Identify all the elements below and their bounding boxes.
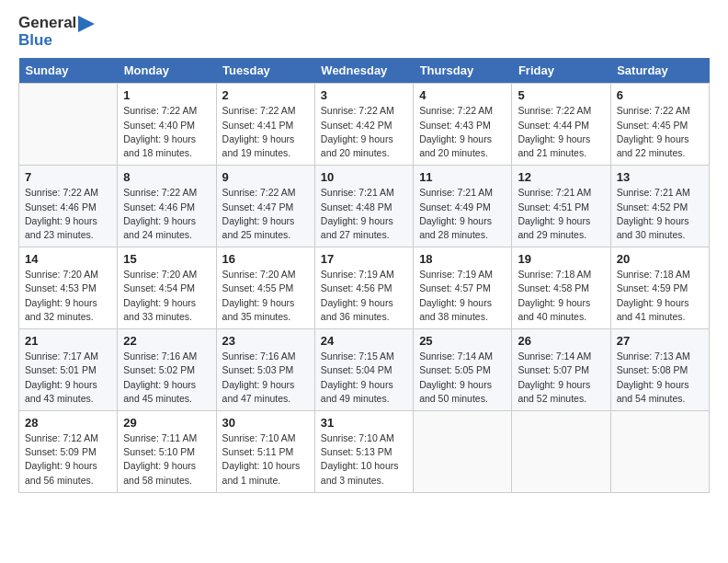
day-number: 3	[321, 88, 407, 102]
day-detail: Sunrise: 7:21 AMSunset: 4:49 PMDaylight:…	[419, 186, 506, 242]
day-detail: Sunrise: 7:12 AMSunset: 5:09 PMDaylight:…	[25, 431, 111, 488]
calendar-cell: 23Sunrise: 7:16 AMSunset: 5:03 PMDayligh…	[216, 329, 314, 411]
col-header-friday: Friday	[512, 58, 610, 84]
calendar-cell: 15Sunrise: 7:20 AMSunset: 4:54 PMDayligh…	[118, 247, 216, 329]
day-number: 29	[123, 416, 210, 430]
calendar-cell: 10Sunrise: 7:21 AMSunset: 4:48 PMDayligh…	[314, 166, 413, 247]
day-number: 6	[617, 88, 703, 102]
day-number: 7	[25, 170, 111, 184]
day-detail: Sunrise: 7:21 AMSunset: 4:52 PMDaylight:…	[617, 186, 703, 242]
calendar-cell: 8Sunrise: 7:22 AMSunset: 4:46 PMDaylight…	[118, 166, 216, 247]
calendar-cell: 7Sunrise: 7:22 AMSunset: 4:46 PMDaylight…	[19, 166, 118, 247]
calendar-cell: 22Sunrise: 7:16 AMSunset: 5:02 PMDayligh…	[118, 329, 216, 411]
day-number: 19	[518, 252, 604, 266]
day-number: 10	[321, 170, 407, 184]
day-detail: Sunrise: 7:20 AMSunset: 4:55 PMDaylight:…	[222, 268, 309, 324]
col-header-thursday: Thursday	[414, 58, 512, 84]
day-number: 21	[25, 334, 111, 348]
calendar-week-5: 28Sunrise: 7:12 AMSunset: 5:09 PMDayligh…	[19, 410, 710, 492]
calendar-cell	[414, 410, 512, 492]
calendar-cell: 12Sunrise: 7:21 AMSunset: 4:51 PMDayligh…	[512, 166, 610, 247]
day-number: 27	[617, 334, 703, 348]
day-detail: Sunrise: 7:18 AMSunset: 4:59 PMDaylight:…	[617, 268, 703, 324]
calendar-cell: 31Sunrise: 7:10 AMSunset: 5:13 PMDayligh…	[314, 410, 413, 492]
day-detail: Sunrise: 7:22 AMSunset: 4:46 PMDaylight:…	[123, 186, 210, 242]
col-header-tuesday: Tuesday	[216, 58, 314, 84]
calendar-cell: 13Sunrise: 7:21 AMSunset: 4:52 PMDayligh…	[610, 166, 709, 247]
calendar-week-4: 21Sunrise: 7:17 AMSunset: 5:01 PMDayligh…	[19, 329, 710, 411]
col-header-saturday: Saturday	[610, 58, 709, 84]
calendar-cell	[512, 410, 610, 492]
day-number: 20	[617, 252, 703, 266]
day-detail: Sunrise: 7:16 AMSunset: 5:03 PMDaylight:…	[222, 350, 309, 406]
calendar-cell: 17Sunrise: 7:19 AMSunset: 4:56 PMDayligh…	[314, 247, 413, 329]
day-detail: Sunrise: 7:18 AMSunset: 4:58 PMDaylight:…	[518, 268, 604, 324]
calendar-header-row: SundayMondayTuesdayWednesdayThursdayFrid…	[19, 58, 710, 84]
day-number: 11	[419, 170, 506, 184]
day-detail: Sunrise: 7:10 AMSunset: 5:11 PMDaylight:…	[222, 431, 309, 488]
logo-text: General Blue	[18, 15, 95, 49]
svg-marker-0	[78, 16, 95, 32]
calendar-cell: 29Sunrise: 7:11 AMSunset: 5:10 PMDayligh…	[118, 410, 216, 492]
day-detail: Sunrise: 7:19 AMSunset: 4:57 PMDaylight:…	[419, 268, 506, 324]
day-detail: Sunrise: 7:11 AMSunset: 5:10 PMDaylight:…	[123, 431, 210, 488]
day-number: 9	[222, 170, 309, 184]
calendar-cell: 14Sunrise: 7:20 AMSunset: 4:53 PMDayligh…	[19, 247, 118, 329]
logo: General Blue	[18, 15, 95, 49]
calendar-cell: 27Sunrise: 7:13 AMSunset: 5:08 PMDayligh…	[610, 329, 709, 411]
day-number: 15	[123, 252, 210, 266]
day-number: 13	[617, 170, 703, 184]
calendar-cell	[610, 410, 709, 492]
day-number: 28	[25, 416, 111, 430]
day-detail: Sunrise: 7:14 AMSunset: 5:07 PMDaylight:…	[518, 350, 604, 406]
day-detail: Sunrise: 7:22 AMSunset: 4:46 PMDaylight:…	[25, 186, 111, 242]
calendar-cell: 25Sunrise: 7:14 AMSunset: 5:05 PMDayligh…	[414, 329, 512, 411]
day-detail: Sunrise: 7:21 AMSunset: 4:48 PMDaylight:…	[321, 186, 407, 242]
header: General Blue	[18, 15, 710, 49]
calendar-cell: 24Sunrise: 7:15 AMSunset: 5:04 PMDayligh…	[314, 329, 413, 411]
day-number: 22	[123, 334, 210, 348]
day-detail: Sunrise: 7:16 AMSunset: 5:02 PMDaylight:…	[123, 350, 210, 406]
calendar-week-2: 7Sunrise: 7:22 AMSunset: 4:46 PMDaylight…	[19, 166, 710, 247]
day-detail: Sunrise: 7:22 AMSunset: 4:40 PMDaylight:…	[123, 104, 210, 160]
calendar-cell	[19, 84, 118, 166]
col-header-sunday: Sunday	[19, 58, 118, 84]
calendar-cell: 21Sunrise: 7:17 AMSunset: 5:01 PMDayligh…	[19, 329, 118, 411]
calendar-cell: 26Sunrise: 7:14 AMSunset: 5:07 PMDayligh…	[512, 329, 610, 411]
day-number: 8	[123, 170, 210, 184]
day-detail: Sunrise: 7:21 AMSunset: 4:51 PMDaylight:…	[518, 186, 604, 242]
day-number: 26	[518, 334, 604, 348]
calendar-cell: 4Sunrise: 7:22 AMSunset: 4:43 PMDaylight…	[414, 84, 512, 166]
day-detail: Sunrise: 7:22 AMSunset: 4:43 PMDaylight:…	[419, 104, 506, 160]
day-number: 14	[25, 252, 111, 266]
calendar-cell: 28Sunrise: 7:12 AMSunset: 5:09 PMDayligh…	[19, 410, 118, 492]
day-number: 12	[518, 170, 604, 184]
logo-general: General	[18, 14, 76, 31]
day-number: 31	[321, 416, 407, 430]
logo-triangle-icon	[78, 16, 95, 32]
day-number: 5	[518, 88, 604, 102]
day-number: 2	[222, 88, 309, 102]
day-detail: Sunrise: 7:20 AMSunset: 4:53 PMDaylight:…	[25, 268, 111, 324]
day-number: 16	[222, 252, 309, 266]
calendar-week-3: 14Sunrise: 7:20 AMSunset: 4:53 PMDayligh…	[19, 247, 710, 329]
calendar-cell: 9Sunrise: 7:22 AMSunset: 4:47 PMDaylight…	[216, 166, 314, 247]
day-detail: Sunrise: 7:19 AMSunset: 4:56 PMDaylight:…	[321, 268, 407, 324]
day-detail: Sunrise: 7:22 AMSunset: 4:47 PMDaylight:…	[222, 186, 309, 242]
calendar-cell: 16Sunrise: 7:20 AMSunset: 4:55 PMDayligh…	[216, 247, 314, 329]
day-number: 4	[419, 88, 506, 102]
day-detail: Sunrise: 7:22 AMSunset: 4:42 PMDaylight:…	[321, 104, 407, 160]
day-number: 17	[321, 252, 407, 266]
day-detail: Sunrise: 7:13 AMSunset: 5:08 PMDaylight:…	[617, 350, 703, 406]
day-number: 24	[321, 334, 407, 348]
calendar-cell: 19Sunrise: 7:18 AMSunset: 4:58 PMDayligh…	[512, 247, 610, 329]
day-number: 18	[419, 252, 506, 266]
calendar-cell: 11Sunrise: 7:21 AMSunset: 4:49 PMDayligh…	[414, 166, 512, 247]
day-detail: Sunrise: 7:22 AMSunset: 4:44 PMDaylight:…	[518, 104, 604, 160]
day-number: 25	[419, 334, 506, 348]
day-number: 23	[222, 334, 309, 348]
calendar-cell: 1Sunrise: 7:22 AMSunset: 4:40 PMDaylight…	[118, 84, 216, 166]
calendar-cell: 6Sunrise: 7:22 AMSunset: 4:45 PMDaylight…	[610, 84, 709, 166]
day-detail: Sunrise: 7:17 AMSunset: 5:01 PMDaylight:…	[25, 350, 111, 406]
col-header-monday: Monday	[118, 58, 216, 84]
